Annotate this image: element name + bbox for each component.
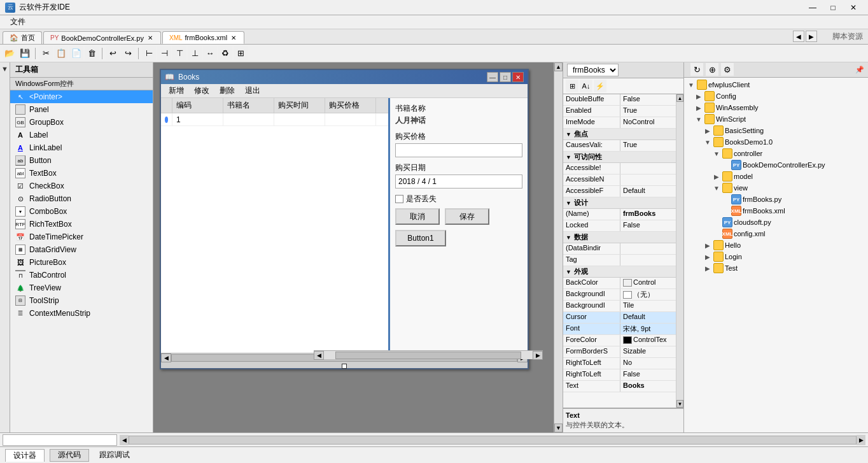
props-row-cursor[interactable]: Cursor Default: [563, 312, 676, 324]
grid-row[interactable]: 1: [161, 113, 388, 126]
script-refresh-btn[interactable]: ↻: [690, 63, 703, 76]
tab-sourcecode[interactable]: 源代码: [50, 449, 89, 462]
bottom-scroll-track[interactable]: [129, 436, 857, 445]
props-row-accessibledesc[interactable]: AccessibleF Default: [563, 186, 676, 197]
booksdemo-toggle[interactable]: ▼: [703, 138, 712, 146]
toolbox-section[interactable]: WindowsForm控件: [10, 78, 153, 90]
vscroll-down-btn[interactable]: ▼: [554, 424, 563, 432]
date-input[interactable]: [395, 175, 522, 189]
tab-xml[interactable]: XML frmBooks.xml ✕: [162, 31, 244, 44]
menu-item-file[interactable]: 文件: [5, 15, 31, 29]
test-toggle[interactable]: ▶: [703, 264, 712, 273]
props-row-righttoleft[interactable]: RightToLeft No: [563, 358, 676, 369]
props-row-text[interactable]: Text Books: [563, 381, 676, 392]
props-row-forecolor[interactable]: ForeColor ControlTex: [563, 335, 676, 346]
props-row-locked[interactable]: Locked False: [563, 220, 676, 232]
props-section-accessibility[interactable]: ▼ 可访问性: [563, 152, 676, 163]
design-canvas[interactable]: 📖 Books — □ ✕ 新增 修改 删除 退出: [153, 62, 563, 432]
button1[interactable]: Button1: [395, 230, 446, 246]
toolbar-copy-btn[interactable]: 📋: [54, 46, 68, 61]
login-toggle[interactable]: ▶: [703, 252, 712, 261]
tree-frmbooks-py[interactable]: PY frmBooks.py: [685, 194, 867, 205]
toolbar-undo-btn[interactable]: ↩: [106, 46, 120, 61]
props-row-doublebuffer[interactable]: DoubleBuffe False: [563, 94, 676, 106]
controller-toggle[interactable]: ▼: [712, 149, 721, 158]
tab-prev-button[interactable]: ◀: [793, 31, 804, 42]
toolbox-item-textbox[interactable]: abl TextBox: [10, 167, 153, 180]
form-maximize-btn[interactable]: □: [500, 72, 511, 82]
winscript-toggle[interactable]: ▼: [694, 115, 703, 124]
tree-test[interactable]: ▶ Test: [685, 262, 867, 274]
props-vscroll-up[interactable]: ▲: [676, 94, 683, 102]
bottom-search-input[interactable]: [3, 434, 117, 446]
toolbar-align-left-btn[interactable]: ⊢: [142, 46, 156, 61]
toolbox-item-radiobutton[interactable]: ⊙ RadioButton: [10, 192, 153, 205]
tab-py[interactable]: PY BookDemoControllerEx.py ✕: [43, 31, 161, 44]
toolbox-item-datetimepicker[interactable]: 📅 DateTimePicker: [10, 231, 153, 243]
basicsetting-toggle[interactable]: ▶: [703, 126, 712, 135]
props-row-name[interactable]: (Name) frmBooks: [563, 209, 676, 220]
props-row-tag[interactable]: Tag: [563, 255, 676, 266]
tree-root[interactable]: ▼ efwplusClient: [685, 79, 867, 90]
model-toggle[interactable]: ▶: [712, 172, 721, 181]
tree-winassembly[interactable]: ▶ WinAssembly: [685, 102, 867, 113]
props-vscroll-down[interactable]: ▼: [676, 400, 683, 408]
props-alpha-btn[interactable]: A↓: [580, 80, 592, 92]
form-close-btn[interactable]: ✕: [512, 72, 524, 82]
tree-config-xml[interactable]: XML config.xml: [685, 228, 867, 239]
tree-bookcontroller-py[interactable]: PY BookDemoControllerEx.py: [685, 159, 867, 171]
design-area[interactable]: 📖 Books — □ ✕ 新增 修改 删除 退出: [153, 62, 563, 432]
bottom-scroll-left[interactable]: ◀: [120, 435, 129, 445]
props-row-righttoleftlayout[interactable]: RightToLeft False: [563, 369, 676, 381]
toolbox-item-linklabel[interactable]: A LinkLabel: [10, 141, 153, 154]
toolbox-item-checkbox[interactable]: ☑ CheckBox: [10, 180, 153, 192]
hscrollbar-left-btn[interactable]: ◀: [314, 351, 324, 360]
props-section-data[interactable]: ▼ 数据: [563, 232, 676, 243]
toolbar-open-btn[interactable]: 📂: [3, 46, 17, 61]
toolbar-cut-btn[interactable]: ✂: [39, 46, 53, 61]
tree-config[interactable]: ▶ Config: [685, 90, 867, 102]
props-row-causesvalidation[interactable]: CausesVali: True: [563, 140, 676, 152]
toolbar-align-top-btn[interactable]: ⊤: [172, 46, 186, 61]
tree-controller[interactable]: ▼ controller: [685, 148, 867, 159]
hscroll-left[interactable]: ◀: [161, 353, 171, 362]
tab-next-button[interactable]: ▶: [806, 31, 817, 42]
toolbar-align-bottom-btn[interactable]: ⊥: [188, 46, 202, 61]
toolbar-refresh-btn[interactable]: ♻: [218, 46, 232, 61]
props-row-accessiblerole[interactable]: Accessible!: [563, 163, 676, 175]
tab-py-close[interactable]: ✕: [146, 34, 154, 42]
toolbox-item-datagridview[interactable]: ▦ DataGridView: [10, 243, 153, 256]
design-vscrollbar[interactable]: ▲ ▼: [554, 62, 563, 432]
tree-winscript[interactable]: ▼ WinScript: [685, 113, 867, 125]
config-toggle[interactable]: ▶: [694, 92, 703, 101]
save-button[interactable]: 保存: [445, 208, 489, 225]
toolbox-item-toolstrip[interactable]: ⊟ ToolStrip: [10, 294, 153, 307]
props-row-formborderstyle[interactable]: FormBorderS Sizable: [563, 346, 676, 358]
props-object-selector[interactable]: frmBooks: [567, 64, 619, 76]
cancel-button[interactable]: 取消: [395, 208, 440, 225]
tab-designer[interactable]: 设计器: [5, 449, 45, 462]
props-row-databinding[interactable]: (DataBindir: [563, 243, 676, 255]
props-row-enabled[interactable]: Enabled True: [563, 106, 676, 117]
tree-basicsetting[interactable]: ▶ BasicSetting: [685, 125, 867, 136]
form-menu-delete[interactable]: 删除: [214, 84, 240, 97]
hscrollbar-right-btn[interactable]: ▶: [533, 351, 543, 360]
tree-frmbooks-xml[interactable]: XML frmBooks.xml: [685, 205, 867, 217]
tree-hello[interactable]: ▶ Hello: [685, 239, 867, 251]
props-section-design[interactable]: ▼ 设计: [563, 197, 676, 209]
toolbar-save-btn[interactable]: 💾: [18, 46, 32, 61]
props-vscrollbar[interactable]: ▲ ▼: [676, 94, 683, 408]
toolbox-item-tabcontrol[interactable]: ⊓ TabControl: [10, 269, 153, 281]
hello-toggle[interactable]: ▶: [703, 241, 712, 250]
tree-booksdemo[interactable]: ▼ BooksDemo1.0: [685, 136, 867, 148]
close-button[interactable]: ✕: [844, 1, 863, 14]
props-row-accessiblename[interactable]: AccessibleN: [563, 175, 676, 186]
props-row-font[interactable]: Font 宋体, 9pt: [563, 324, 676, 335]
script-config-btn[interactable]: ⚙: [721, 63, 734, 76]
props-events-btn[interactable]: ⚡: [594, 80, 606, 92]
props-row-backcolor[interactable]: BackColor Control: [563, 278, 676, 289]
minimize-button[interactable]: —: [803, 1, 822, 14]
toolbox-item-pointer[interactable]: ↖ <Pointer>: [10, 90, 153, 103]
toolbox-item-picturebox[interactable]: 🖼 PictureBox: [10, 256, 153, 269]
tree-view[interactable]: ▼ view: [685, 182, 867, 194]
